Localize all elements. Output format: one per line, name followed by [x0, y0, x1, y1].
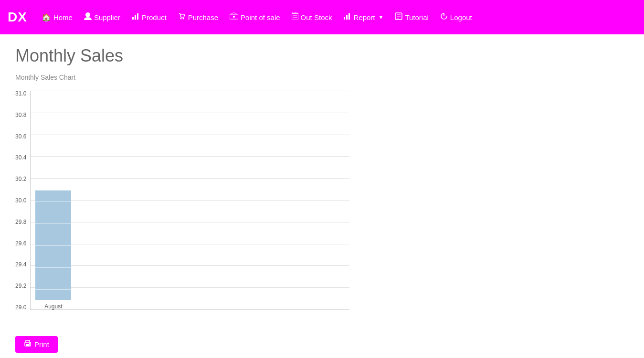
nav-home[interactable]: 🏠 Home — [37, 10, 77, 25]
nav-logout[interactable]: Logout — [435, 10, 477, 25]
svg-point-6 — [233, 16, 235, 18]
bar-line-5 — [35, 289, 71, 290]
grid-line-9 — [31, 265, 349, 266]
y-label-31-0: 31.0 — [15, 91, 26, 96]
y-label-30-4: 30.4 — [15, 155, 26, 160]
svg-rect-17 — [26, 344, 30, 346]
print-icon — [24, 340, 32, 349]
nav-report[interactable]: Report ▼ — [338, 10, 388, 25]
grid-line-6 — [31, 200, 349, 200]
y-label-30-8: 30.8 — [15, 112, 26, 118]
svg-rect-10 — [344, 17, 345, 20]
purchase-icon — [178, 12, 186, 22]
nav-home-label: Home — [53, 13, 73, 21]
bar-august — [35, 190, 71, 300]
bar-august-label: August — [44, 303, 62, 310]
supplier-icon — [84, 12, 92, 22]
nav-supplier[interactable]: Supplier — [79, 10, 125, 25]
y-label-30-2: 30.2 — [15, 176, 26, 182]
y-label-29-2: 29.2 — [15, 283, 26, 289]
home-icon: 🏠 — [42, 13, 51, 22]
report-dropdown-caret: ▼ — [379, 14, 384, 20]
grid-line-7 — [31, 222, 349, 222]
grid-line-2 — [31, 113, 349, 113]
nav-purchase-label: Purchase — [188, 13, 218, 21]
y-label-30-0: 30.0 — [15, 198, 26, 203]
tutorial-icon — [395, 12, 402, 22]
svg-rect-0 — [85, 12, 90, 17]
grid-line-11 — [31, 309, 349, 310]
grid-line-1 — [31, 91, 349, 91]
nav-product-label: Product — [142, 13, 167, 21]
bar-line-3 — [35, 245, 71, 246]
y-label-29-4: 29.4 — [15, 262, 26, 267]
svg-rect-11 — [346, 15, 348, 20]
y-label-29-8: 29.8 — [15, 219, 26, 225]
bar-line-4 — [35, 267, 71, 268]
svg-point-18 — [29, 343, 30, 344]
y-axis: 31.0 30.8 30.6 30.4 30.2 30.0 29.8 29.6 … — [15, 91, 30, 310]
report-icon — [343, 12, 351, 22]
svg-rect-3 — [137, 13, 138, 20]
bar-group-august: August — [35, 190, 71, 310]
grid-line-3 — [31, 135, 349, 135]
grid-line-5 — [31, 178, 349, 179]
svg-rect-7 — [292, 13, 298, 20]
chart-inner: 31.0 30.8 30.6 30.4 30.2 30.0 29.8 29.6 … — [15, 91, 349, 310]
svg-rect-2 — [135, 15, 136, 20]
grid-line-8 — [31, 244, 349, 244]
navbar: DX 🏠 Home Supplier Product Purchase Poin… — [0, 0, 644, 34]
nav-tutorial-label: Tutorial — [405, 13, 428, 21]
chart-label: Monthly Sales Chart — [15, 74, 629, 81]
grid-line-10 — [31, 287, 349, 288]
pos-icon — [230, 12, 238, 22]
grid-line-4 — [31, 156, 349, 157]
y-label-30-6: 30.6 — [15, 134, 26, 139]
page-title: Monthly Sales — [15, 46, 629, 66]
product-icon — [132, 12, 139, 22]
y-label-29-6: 29.6 — [15, 241, 26, 246]
print-button-label: Print — [34, 340, 49, 348]
bars-area: August — [31, 91, 71, 310]
chart-container: 31.0 30.8 30.6 30.4 30.2 30.0 29.8 29.6 … — [15, 91, 349, 325]
nav-report-label: Report — [353, 13, 375, 21]
svg-rect-1 — [132, 17, 134, 20]
svg-rect-12 — [348, 13, 350, 20]
chart-plot: August — [30, 91, 349, 310]
svg-point-4 — [180, 18, 181, 20]
bar-line-2 — [35, 223, 71, 224]
nav-product[interactable]: Product — [127, 10, 171, 25]
nav-out-stock-label: Out Stock — [301, 13, 332, 21]
nav-purchase[interactable]: Purchase — [173, 10, 223, 25]
nav-point-of-sale[interactable]: Point of sale — [225, 10, 285, 25]
grid-lines — [31, 91, 349, 310]
bar-line-1 — [35, 201, 71, 202]
nav-out-stock[interactable]: Out Stock — [287, 10, 337, 25]
logout-icon — [440, 12, 448, 22]
out-stock-icon — [292, 12, 298, 22]
nav-tutorial[interactable]: Tutorial — [390, 10, 433, 25]
brand-logo[interactable]: DX — [8, 10, 27, 25]
page-content: Monthly Sales Monthly Sales Chart 31.0 3… — [0, 34, 644, 358]
nav-pos-label: Point of sale — [241, 13, 280, 21]
bar-lines-august — [35, 190, 71, 300]
y-label-29-0: 29.0 — [15, 305, 26, 310]
nav-logout-label: Logout — [450, 13, 472, 21]
print-button[interactable]: Print — [15, 336, 58, 353]
nav-supplier-label: Supplier — [94, 13, 120, 21]
svg-point-5 — [182, 18, 184, 20]
